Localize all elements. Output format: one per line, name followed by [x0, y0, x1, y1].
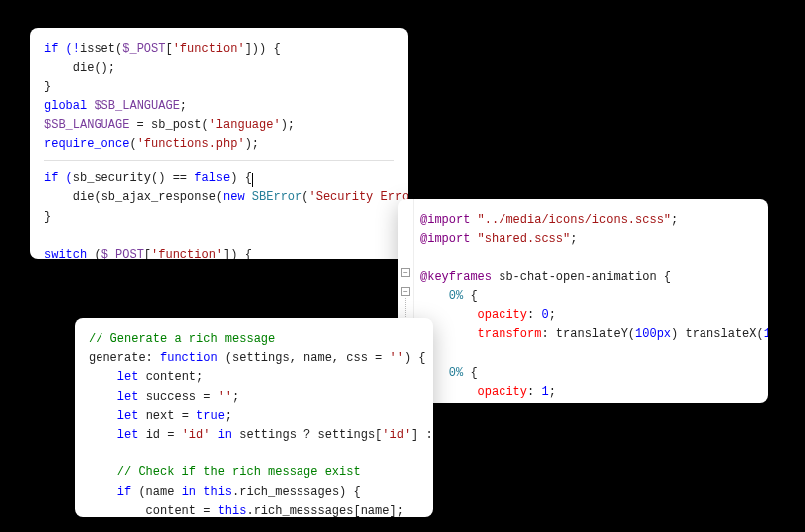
- code-card-js: // Generate a rich message generate: fun…: [75, 318, 433, 517]
- fold-marker-icon[interactable]: −: [401, 287, 410, 296]
- js-code: // Generate a rich message generate: fun…: [89, 330, 419, 517]
- php-code: if (!isset($_POST['function'])) { die();…: [44, 40, 394, 154]
- fold-marker-icon[interactable]: −: [401, 268, 410, 277]
- text-cursor: [252, 173, 253, 187]
- code-card-scss: − − @import "../media/icons/icons.scss";…: [398, 199, 768, 403]
- scss-code: @import "../media/icons/icons.scss"; @im…: [420, 211, 754, 402]
- code-card-php: if (!isset($_POST['function'])) { die();…: [30, 28, 408, 259]
- separator: [44, 160, 394, 161]
- php-code-2: if (sb_security() == false) { die(sb_aja…: [44, 169, 394, 259]
